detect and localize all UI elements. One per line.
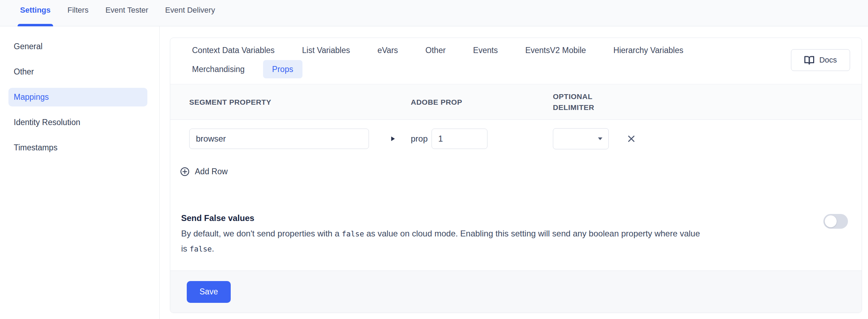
top-tab-settings[interactable]: Settings xyxy=(20,6,51,26)
sidebar-item-other[interactable]: Other xyxy=(8,63,147,81)
docs-label: Docs xyxy=(819,56,837,65)
remove-row-button[interactable] xyxy=(627,134,636,143)
plus-circle-icon xyxy=(180,167,190,176)
mappings-card: Context Data Variables List Variables eV… xyxy=(170,38,862,313)
main-area: General Other Mappings Identity Resoluti… xyxy=(0,26,868,319)
var-tab-context-data-variables[interactable]: Context Data Variables xyxy=(183,41,284,59)
segment-property-cell xyxy=(189,129,411,149)
description-text: . xyxy=(212,244,214,253)
arrow-right-icon xyxy=(391,136,395,142)
var-tab-props[interactable]: Props xyxy=(263,60,302,78)
add-row-button[interactable]: Add Row xyxy=(180,167,862,176)
docs-button[interactable]: Docs xyxy=(791,49,850,71)
adobe-prop-number-input[interactable] xyxy=(432,129,487,149)
sidebar-item-timestamps[interactable]: Timestamps xyxy=(8,138,147,157)
top-tab-filters[interactable]: Filters xyxy=(68,6,89,26)
var-tab-list-variables[interactable]: List Variables xyxy=(293,41,359,59)
description-code: false xyxy=(342,230,364,238)
var-tab-events[interactable]: Events xyxy=(464,41,507,59)
column-header-adobe-prop: ADOBE PROP xyxy=(411,97,553,108)
send-false-section: Send False values By default, we don't s… xyxy=(181,213,848,256)
top-tab-event-tester[interactable]: Event Tester xyxy=(106,6,148,26)
segment-property-input[interactable] xyxy=(189,129,369,149)
close-icon xyxy=(627,134,636,143)
mapping-row: prop xyxy=(170,128,862,149)
variable-tabs: Context Data Variables List Variables eV… xyxy=(183,41,753,78)
top-tab-event-delivery[interactable]: Event Delivery xyxy=(165,6,215,26)
content-area: Context Data Variables List Variables eV… xyxy=(160,26,868,319)
var-tab-evars[interactable]: eVars xyxy=(368,41,407,59)
toggle-knob xyxy=(825,215,837,227)
column-header-segment-property: SEGMENT PROPERTY xyxy=(189,97,411,108)
card-footer: Save xyxy=(170,271,862,313)
sidebar-item-mappings[interactable]: Mappings xyxy=(8,88,147,106)
page: Settings Filters Event Tester Event Deli… xyxy=(0,0,868,319)
sidebar-item-identity-resolution[interactable]: Identity Resolution xyxy=(8,113,147,132)
send-false-description: By default, we don't send properties wit… xyxy=(181,226,700,256)
send-false-toggle[interactable] xyxy=(823,214,848,229)
delimiter-select[interactable] xyxy=(553,128,609,149)
send-false-title: Send False values xyxy=(181,213,700,223)
description-text: as value on cloud mode. Enabling this se… xyxy=(364,229,700,238)
adobe-prop-cell: prop xyxy=(411,129,553,149)
adobe-prop-prefix-label: prop xyxy=(411,134,428,144)
variable-tabs-bar: Context Data Variables List Variables eV… xyxy=(170,38,862,84)
delimiter-cell xyxy=(553,128,609,149)
sidebar: General Other Mappings Identity Resoluti… xyxy=(0,26,160,319)
description-code: false xyxy=(190,245,212,253)
column-header-optional-delimiter: OPTIONAL DELIMITER xyxy=(553,91,630,113)
var-tab-other[interactable]: Other xyxy=(416,41,455,59)
table-header-row: SEGMENT PROPERTY ADOBE PROP OPTIONAL DEL… xyxy=(170,84,862,120)
add-row-label: Add Row xyxy=(195,167,228,176)
sidebar-item-general[interactable]: General xyxy=(8,37,147,56)
top-nav: Settings Filters Event Tester Event Deli… xyxy=(0,0,868,26)
book-open-icon xyxy=(804,55,815,65)
send-false-text: Send False values By default, we don't s… xyxy=(181,213,700,256)
save-button[interactable]: Save xyxy=(187,281,231,303)
var-tab-eventsv2-mobile[interactable]: EventsV2 Mobile xyxy=(516,41,595,59)
description-text: is xyxy=(181,244,190,253)
var-tab-hierarchy-variables[interactable]: Hierarchy Variables xyxy=(604,41,693,59)
chevron-down-icon xyxy=(598,137,603,141)
var-tab-merchandising[interactable]: Merchandising xyxy=(183,60,254,78)
description-text: By default, we don't send properties wit… xyxy=(181,229,342,238)
